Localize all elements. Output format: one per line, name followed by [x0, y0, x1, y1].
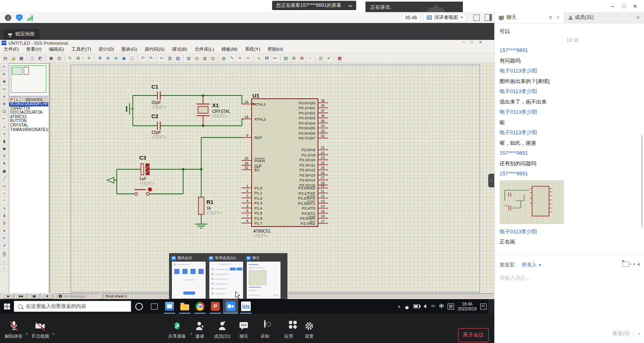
copy-icon[interactable]: ▥ — [166, 54, 174, 62]
preview-thumbnail[interactable] — [246, 261, 281, 299]
rotate-clockwise-icon[interactable]: ↻ — [0, 235, 8, 241]
electrical-rule-check-icon[interactable]: ✔ — [325, 54, 333, 62]
origin-icon[interactable]: ✛ — [85, 54, 93, 62]
speaker-icon[interactable] — [637, 263, 640, 266]
new-root-sheet-icon[interactable]: ⊞ — [290, 54, 298, 62]
text-script-mode-icon[interactable]: ≡ — [0, 93, 8, 100]
menu-item-11[interactable]: 帮助(H) — [264, 46, 287, 53]
menu-item-3[interactable]: 工具栏(T) — [68, 46, 95, 53]
menu-item-6[interactable]: 源代码(S) — [141, 46, 168, 53]
block-move-icon[interactable]: ▤ — [193, 54, 201, 62]
camera-button[interactable]: 开启视频 ∧ — [29, 320, 52, 339]
voltage-probe-mode-icon[interactable]: V — [0, 153, 8, 160]
2d-markers-icon[interactable]: ✛ — [0, 227, 8, 234]
preview-window-0[interactable]: 腾讯会议 — [171, 255, 206, 302]
menu-item-8[interactable]: 元件库(L) — [191, 46, 218, 53]
isis-maximize-icon[interactable]: □ — [471, 40, 473, 44]
chat-scrollbar[interactable] — [641, 135, 643, 228]
apps-button[interactable]: 应用 — [279, 320, 299, 339]
send-button[interactable]: 发送(S) — [612, 330, 630, 337]
chevron-up-icon[interactable]: ∧ — [25, 332, 28, 336]
2d-arc-icon[interactable]: ◠ — [0, 197, 8, 204]
pan-icon[interactable]: ✜ — [96, 54, 104, 62]
goto-sheet-icon[interactable]: ↑ — [306, 54, 314, 62]
graph-mode-icon[interactable]: ∿ — [0, 130, 8, 137]
export-section-icon[interactable]: ◩ — [37, 54, 44, 62]
meeting-info-icon[interactable]: i — [5, 15, 11, 21]
panel-menu-icon[interactable]: ≡ — [632, 12, 644, 23]
sidebar-layout-icon[interactable] — [485, 14, 492, 21]
y-mirror-icon[interactable]: ↕ — [0, 265, 8, 272]
menu-item-0[interactable]: 文件(F) — [0, 46, 23, 53]
mute-button[interactable]: 解除静音 ∧ — [2, 320, 25, 339]
isis-close-icon[interactable]: ✕ — [479, 40, 482, 44]
block-copy-icon[interactable]: ▦ — [185, 54, 193, 62]
2d-box-icon[interactable]: ▭ — [0, 183, 8, 189]
design-explorer-icon[interactable]: ▤ — [282, 54, 290, 62]
menu-item-9[interactable]: 模板(M) — [218, 46, 241, 53]
netlist-to-ares-icon[interactable]: ▦ — [336, 54, 344, 62]
pin-screen-button[interactable]: 锁定画面 — [3, 29, 39, 39]
tray-expand-icon[interactable]: ∧ — [398, 304, 400, 309]
stop-button[interactable]: ■ — [41, 293, 53, 299]
search-tag-icon[interactable]: M — [263, 54, 271, 62]
device-item[interactable]: T498A105K035ATE10K — [9, 128, 48, 132]
tab-chat[interactable]: 聊天 ⧉ ✕ — [495, 12, 564, 23]
block-delete-icon[interactable]: ▨ — [209, 54, 217, 62]
rotate-angle-field[interactable]: 0 — [3, 252, 6, 256]
taskbar-clock[interactable]: 18:46 2022/3/19 — [458, 301, 477, 311]
zoom-out-icon[interactable]: ⊖ — [112, 54, 120, 62]
leave-meeting-button[interactable]: 离开会议 — [458, 328, 489, 342]
share-screen-button[interactable]: ↗ 共享屏幕 ∧ — [164, 320, 190, 339]
record-button[interactable]: 录制 — [256, 320, 274, 339]
buses-mode-icon[interactable]: ≣ — [0, 100, 8, 107]
toggle-grid-icon[interactable]: ⊞ — [74, 54, 82, 62]
cortana-button[interactable] — [131, 299, 147, 314]
message-input[interactable]: 请输入消息... — [500, 274, 530, 282]
taskbar-app-tencent-meeting[interactable] — [223, 299, 238, 314]
taskbar-app-store[interactable] — [162, 299, 177, 314]
redo-icon[interactable]: ↷ — [147, 54, 155, 62]
new-file-icon[interactable]: ▤ — [2, 54, 9, 62]
zoom-in-icon[interactable]: ⊕ — [104, 54, 112, 62]
isis-titlebar[interactable]: ISIS UNTITLED - ISIS Professional ─ □ ✕ — [0, 40, 494, 46]
collapse-panel-handle[interactable]: ‹ — [488, 174, 494, 187]
taskbar-app-isis[interactable]: isis — [238, 299, 254, 314]
play-button[interactable]: ▶ — [2, 293, 14, 299]
task-view-button[interactable] — [147, 299, 162, 314]
2d-symbol-icon[interactable]: S — [0, 220, 8, 227]
packaging-tool-icon[interactable]: ✦ — [236, 54, 244, 62]
close-icon[interactable]: ✕ — [556, 15, 560, 20]
maximize-icon[interactable]: □ — [618, 3, 630, 9]
start-button[interactable] — [0, 299, 14, 314]
zoom-area-icon[interactable]: ◻ — [128, 54, 136, 62]
preview-window-2[interactable]: 聊天 — [246, 255, 281, 302]
subcircuit-mode-icon[interactable]: ⊡ — [0, 108, 8, 115]
virtual-instruments-mode-icon[interactable]: ▣ — [0, 168, 8, 175]
invite-button[interactable]: 邀请 — [189, 320, 210, 339]
pause-button[interactable]: ▮▮ — [28, 293, 40, 299]
fullscreen-icon[interactable] — [473, 15, 480, 21]
taskbar-search-input[interactable]: 在这里输入你要搜索的内容 — [14, 301, 131, 312]
chat-button[interactable]: 聊天 — [235, 320, 253, 339]
bill-of-materials-icon[interactable]: ▥ — [317, 54, 325, 62]
settings-button[interactable]: 设置 — [300, 320, 318, 339]
component-mode-icon[interactable]: ⊳ — [0, 71, 8, 77]
ime-language[interactable]: 中 — [439, 303, 444, 310]
send-file-icon[interactable]: ▾ — [622, 262, 632, 267]
taskbar-app-powerpoint[interactable]: P — [208, 299, 223, 314]
ime-mode[interactable]: 拼 — [448, 304, 454, 310]
terminals-mode-icon[interactable]: ⊢ — [0, 115, 8, 122]
send-to-selector[interactable]: 所有人 ▼ — [522, 262, 542, 268]
minimize-icon[interactable]: ─ — [607, 3, 618, 9]
popout-icon[interactable]: ⧉ — [549, 15, 552, 20]
tab-members[interactable]: 成员(31) — [564, 12, 598, 23]
import-section-icon[interactable]: ◫ — [29, 54, 36, 62]
cut-icon[interactable]: ✂ — [158, 54, 166, 62]
preview-thumbnail[interactable] — [171, 261, 206, 299]
2d-circle-icon[interactable]: ○ — [0, 190, 8, 197]
taskbar-app-file-explorer[interactable] — [177, 299, 192, 314]
step-button[interactable]: ▶▶ — [15, 293, 27, 299]
view-mode-button[interactable]: 演讲者视图 ▼ — [423, 13, 466, 22]
remove-sheet-icon[interactable]: ⊠ — [298, 54, 306, 62]
